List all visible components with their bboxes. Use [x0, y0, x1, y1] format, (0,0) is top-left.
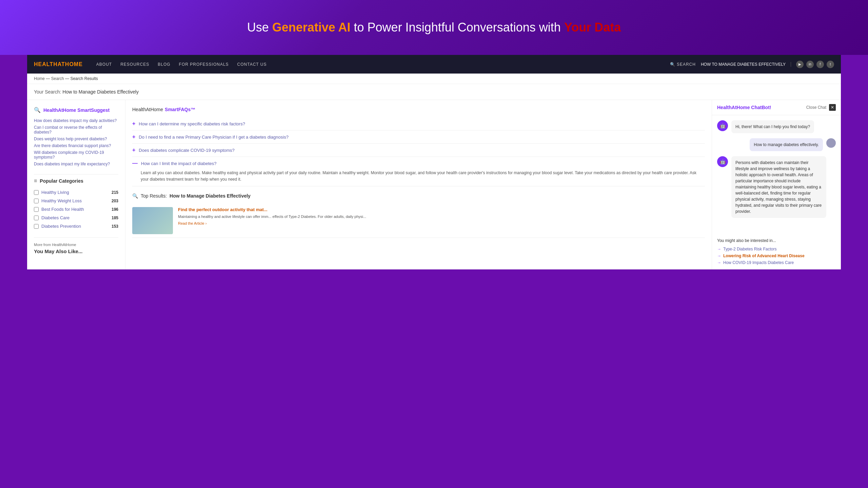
faq-text-3: Does diabetes complicate COVID-19 sympto… [139, 148, 235, 153]
site-logo[interactable]: HEALTHATHOME [34, 61, 83, 67]
bot-avatar-2: 🤖 [717, 156, 728, 167]
nav-about[interactable]: ABOUT [96, 62, 112, 67]
suggest-list: How does diabetes impact my daily activi… [34, 117, 118, 167]
faq-toggle-2: + [132, 134, 135, 140]
result-card-image-1 [132, 207, 173, 234]
suggest-item-5[interactable]: Will diabetes complicate my COVID-19 sym… [34, 149, 118, 161]
category-count-1: 215 [112, 190, 118, 195]
chat-panel: HealthAtHome ChatBot! Close Chat ✕ 🤖 Hi,… [712, 100, 841, 269]
nav-search-label: SEARCH [677, 62, 696, 67]
close-chat-label: Close Chat [806, 105, 826, 110]
suggest-item-1[interactable]: How does diabetes impact my daily activi… [34, 117, 118, 124]
smart-faqs-prefix: HealthAtHome [132, 107, 163, 112]
hero-text-middle: to Power Insightful Conversations with [351, 20, 564, 34]
category-diabetes-care: Diabetes Care 185 [34, 214, 118, 222]
faq-text-1: How can I determine my specific diabetes… [139, 121, 245, 126]
read-article-link-1[interactable]: Read the Article › [178, 221, 705, 225]
result-card-content-1: Find the perfect outdoor activity that m… [178, 207, 705, 234]
chat-header-title: HealthAtHome ChatBot! [717, 105, 771, 110]
social-icon-4[interactable]: t [827, 61, 834, 68]
category-healthy-weight-loss: Healthy Weight Loss 203 [34, 197, 118, 205]
social-icon-2[interactable]: in [806, 61, 814, 68]
chat-bubble-1: Hi, there! What can I help you find toda… [731, 120, 814, 133]
faq-question-1[interactable]: + How can I determine my specific diabet… [132, 121, 705, 127]
you-may-also-title: You May Also Like... [34, 248, 118, 254]
category-name-1[interactable]: Healthy Living [41, 190, 112, 195]
chat-user-bubble-1: How to manage diabetes effectively. [750, 138, 823, 151]
breadcrumb-results: Search Results [70, 76, 98, 81]
category-checkbox-4[interactable] [34, 216, 39, 220]
category-name-3[interactable]: Best Foods for Health [41, 207, 112, 212]
top-results-header: 🔍 Top Results: How to Manage Diabetes Ef… [132, 193, 705, 199]
main-content: 🔍 HealthAtHome SmartSuggest How does dia… [27, 100, 841, 269]
popular-categories-title: Popular Categories [40, 178, 83, 184]
category-checkbox-2[interactable] [34, 199, 39, 203]
bot-avatar-1: 🤖 [717, 120, 728, 131]
smart-suggest-title: HealthAtHome SmartSuggest [43, 107, 110, 113]
category-count-5: 153 [112, 224, 118, 229]
chat-bubble-2: Persons with diabetes can maintain their… [731, 156, 826, 218]
faq-answer-4: Learn all you can about diabetes. Make h… [141, 170, 705, 183]
smart-suggest-header: 🔍 HealthAtHome SmartSuggest [34, 107, 118, 113]
result-card-title-1[interactable]: Find the perfect outdoor activity that m… [178, 207, 705, 212]
suggest-item-3[interactable]: Does weight loss help prevent diabetes? [34, 136, 118, 142]
you-may-also: More from HealthAtHome You May Also Like… [34, 237, 118, 254]
suggest-item-4[interactable]: Are there diabetes financial support pla… [34, 142, 118, 149]
faq-item-2: + Do I need to find a new Primary Care P… [132, 130, 705, 144]
category-name-4[interactable]: Diabetes Care [41, 215, 112, 220]
close-x-icon[interactable]: ✕ [829, 104, 836, 111]
chatbot-brand: ChatBot! [751, 105, 771, 110]
category-name-2[interactable]: Healthy Weight Loss [41, 198, 112, 203]
social-icon-3[interactable]: f [816, 61, 824, 68]
chat-message-1: 🤖 Hi, there! What can I help you find to… [717, 120, 836, 133]
suggestion-text-1: Type-2 Diabetes Risk Factors [723, 247, 776, 251]
smart-faqs-header: HealthAtHome SmartFAQs™ [132, 107, 705, 112]
logo-at: AT [58, 61, 65, 67]
faq-question-2[interactable]: + Do I need to find a new Primary Care P… [132, 134, 705, 140]
arrow-icon-2: → [717, 253, 721, 258]
middle-content: HealthAtHome SmartFAQs™ + How can I dete… [125, 100, 712, 269]
chat-header: HealthAtHome ChatBot! Close Chat ✕ [712, 100, 841, 115]
category-checkbox-1[interactable] [34, 190, 39, 195]
category-best-foods: Best Foods for Health 196 [34, 205, 118, 214]
faq-item-3: + Does diabetes complicate COVID-19 symp… [132, 144, 705, 157]
category-count-2: 203 [112, 199, 118, 203]
suggest-item-2[interactable]: Can I combat or reverse the effects of d… [34, 124, 118, 136]
search-icon: 🔍 [132, 193, 138, 199]
search-icon: 🔍 [670, 62, 675, 67]
suggest-item-6[interactable]: Does diabetes impact my life expectancy? [34, 161, 118, 167]
chat-body: 🤖 Hi, there! What can I help you find to… [712, 115, 841, 235]
faq-item-4: — How can I limit the impact of diabetes… [132, 157, 705, 186]
sidebar: 🔍 HealthAtHome SmartSuggest How does dia… [27, 100, 125, 269]
chat-message-2: How to manage diabetes effectively. [717, 138, 836, 151]
close-chat-button[interactable]: Close Chat ✕ [806, 104, 836, 111]
from-label: More from HealthAtHome [34, 243, 118, 247]
suggestion-link-2[interactable]: → Lowering Risk of Advanced Heart Diseas… [717, 252, 836, 259]
faq-question-3[interactable]: + Does diabetes complicate COVID-19 symp… [132, 147, 705, 153]
category-name-5[interactable]: Diabetes Prevention [41, 224, 112, 229]
suggestion-link-1[interactable]: → Type-2 Diabetes Risk Factors [717, 246, 836, 252]
nav-search-query: HOW TO MANAGE DIABETES EFFECTIVELY [701, 62, 786, 67]
nav-resources[interactable]: RESOURCES [120, 62, 149, 67]
category-checkbox-3[interactable] [34, 207, 39, 212]
nav-contact-us[interactable]: CONTACT US [237, 62, 267, 67]
breadcrumb-search[interactable]: Search [51, 76, 64, 81]
smart-faqs-brand: SmartFAQs™ [165, 107, 195, 112]
faq-toggle-4: — [132, 160, 138, 166]
nav-blog[interactable]: BLOG [158, 62, 170, 67]
faq-item-1: + How can I determine my specific diabet… [132, 117, 705, 130]
search-icon: 🔍 [34, 107, 41, 113]
categories-icon: ≡ [34, 178, 37, 184]
nav-for-professionals[interactable]: FOR PROFESSIONALS [179, 62, 229, 67]
faq-toggle-3: + [132, 147, 135, 153]
logo-health: HEALTH [34, 61, 58, 67]
category-count-4: 185 [112, 216, 118, 220]
breadcrumb-home[interactable]: Home [34, 76, 45, 81]
faq-question-4[interactable]: — How can I limit the impact of diabetes… [132, 160, 705, 166]
chat-message-3: 🤖 Persons with diabetes can maintain the… [717, 156, 836, 218]
social-icon-1[interactable]: ▶ [796, 61, 804, 68]
suggestion-link-3[interactable]: → How COVID-19 Impacts Diabetes Care [717, 259, 836, 266]
top-results-label: Top Results: [141, 193, 167, 199]
category-checkbox-5[interactable] [34, 224, 39, 229]
faq-text-2: Do I need to find a new Primary Care Phy… [139, 135, 289, 140]
